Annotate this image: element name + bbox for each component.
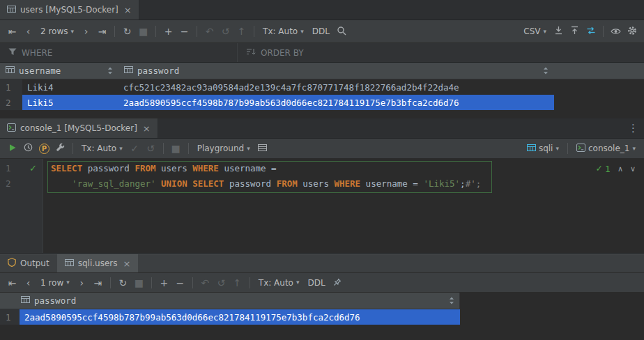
- console-selector[interactable]: console_1 ▾: [572, 141, 640, 156]
- first-page-button[interactable]: ⇤: [4, 275, 20, 291]
- next-page-button[interactable]: ›: [74, 275, 90, 291]
- close-icon[interactable]: ×: [124, 5, 132, 15]
- parameters-button[interactable]: P: [36, 141, 52, 156]
- tx-mode-selector[interactable]: Tx: Auto ▾: [254, 275, 304, 291]
- schema-selector[interactable]: sqli ▾: [523, 141, 563, 156]
- stop-button: ■: [135, 24, 151, 39]
- page-size-selector[interactable]: 1 row ▾: [36, 275, 74, 291]
- column-header-password[interactable]: password: [118, 63, 554, 79]
- prev-page-button[interactable]: ‹: [20, 275, 36, 291]
- last-page-button[interactable]: ⇥: [90, 275, 106, 291]
- sql-token: FROM: [135, 163, 155, 173]
- run-button[interactable]: [4, 141, 20, 156]
- shield-icon: [8, 258, 16, 269]
- chevron-down-icon: ▾: [71, 29, 75, 35]
- sql-line[interactable]: 'raw_sql_danger' UNION SELECT password F…: [51, 176, 481, 192]
- cell-password[interactable]: 2aad5890595ccf4598b787b99ab563d0d66ec821…: [20, 309, 460, 325]
- table-icon: [65, 258, 74, 269]
- result-tab-bar: Output sqli.users ×: [0, 254, 644, 273]
- stop-icon: ■: [171, 144, 181, 153]
- cell-username[interactable]: Liki4: [22, 79, 118, 95]
- export-button[interactable]: [551, 24, 567, 39]
- run-target-selector[interactable]: Playground ▾: [193, 141, 254, 156]
- table-row-selected[interactable]: 1 2aad5890595ccf4598b787b99ab563d0d66ec8…: [0, 309, 644, 325]
- tab-output[interactable]: Output: [0, 254, 57, 272]
- toolbar-separator: [110, 277, 111, 288]
- table-row-selected[interactable]: 2 Liki5 2aad5890595ccf4598b787b99ab563d0…: [0, 95, 644, 110]
- prev-page-icon: ‹: [26, 26, 31, 36]
- cell-password[interactable]: cfc521c23482ac93a09584ad2e139c4a7fc87077…: [118, 79, 554, 95]
- sync-button[interactable]: [583, 24, 599, 39]
- delete-row-button[interactable]: −: [176, 24, 192, 39]
- reload-button[interactable]: ↻: [115, 275, 131, 291]
- tab-users-table[interactable]: users [MySQL5-Docker] ×: [0, 0, 139, 20]
- sort-icon[interactable]: [107, 67, 113, 75]
- last-page-icon: ⇥: [98, 26, 107, 36]
- where-filter-input[interactable]: WHERE: [0, 43, 238, 62]
- close-icon[interactable]: ×: [123, 258, 130, 269]
- column-header-username[interactable]: username: [0, 63, 118, 79]
- more-options-button[interactable]: ⋮: [628, 118, 638, 138]
- tx-mode-selector[interactable]: Tx: Auto ▾: [77, 141, 127, 156]
- column-label: username: [19, 65, 61, 76]
- add-row-button[interactable]: +: [160, 24, 176, 39]
- submit-button: ↑: [229, 275, 245, 291]
- tx-mode-label: Tx: Auto: [263, 26, 298, 36]
- tab-console-1[interactable]: console_1 [MySQL5-Docker] ×: [0, 118, 158, 138]
- first-page-button[interactable]: ⇤: [4, 24, 20, 39]
- import-button[interactable]: [567, 24, 583, 39]
- reload-button[interactable]: ↻: [119, 24, 135, 39]
- commit-button: ✓: [127, 141, 143, 156]
- output-layout-button[interactable]: [254, 141, 270, 156]
- rows-count-label: 2 rows: [40, 26, 68, 36]
- sql-token: FROM: [277, 178, 298, 189]
- undo-icon: ↶: [201, 278, 209, 288]
- panel-gap: [0, 110, 644, 118]
- table-icon: [7, 5, 16, 15]
- next-page-icon: ›: [80, 278, 84, 288]
- toolbar-separator: [163, 143, 164, 154]
- sort-icon[interactable]: [449, 297, 454, 304]
- history-button[interactable]: [20, 141, 36, 156]
- toolbar-separator: [114, 26, 115, 37]
- prev-page-button[interactable]: ‹: [20, 24, 36, 39]
- cell-username[interactable]: Liki5: [22, 95, 118, 110]
- delete-row-button[interactable]: −: [172, 275, 188, 291]
- run-result-widget: ✓1 ∧ ∨: [595, 161, 636, 176]
- column-header-password[interactable]: password: [0, 293, 460, 309]
- sql-line[interactable]: SELECT password FROM users WHERE usernam…: [51, 161, 277, 176]
- add-row-button[interactable]: +: [156, 275, 172, 291]
- tab-label: users [MySQL5-Docker]: [20, 5, 118, 15]
- next-result-button[interactable]: ∨: [630, 165, 636, 173]
- tx-mode-selector[interactable]: Tx: Auto ▾: [259, 24, 308, 39]
- table-row[interactable]: 1 Liki4 cfc521c23482ac93a09584ad2e139c4a…: [0, 79, 644, 95]
- console-icon: [576, 144, 585, 154]
- result-grid: password 1 2aad5890595ccf4598b787b99ab56…: [0, 293, 644, 325]
- eye-icon: [611, 26, 621, 37]
- run-target-label: Playground: [197, 144, 244, 153]
- data-extractor-selector[interactable]: CSV ▾: [519, 24, 551, 39]
- settings-button[interactable]: [624, 24, 640, 39]
- row-filler: [554, 95, 644, 110]
- ddl-button[interactable]: DDL: [304, 275, 330, 291]
- stop-icon: ■: [135, 278, 144, 288]
- prev-result-button[interactable]: ∧: [618, 165, 623, 173]
- page-size-selector[interactable]: 2 rows ▾: [36, 24, 78, 39]
- next-page-button[interactable]: ›: [78, 24, 94, 39]
- grid-header-row: password: [0, 293, 644, 309]
- find-button[interactable]: [334, 24, 350, 39]
- tab-sqli-users-result[interactable]: sqli.users ×: [57, 254, 139, 272]
- pin-icon: [333, 277, 342, 288]
- sort-icon[interactable]: [543, 67, 549, 75]
- order-by-input[interactable]: ORDER BY: [238, 43, 312, 62]
- cell-password[interactable]: 2aad5890595ccf4598b787b99ab563d0d66ec821…: [118, 95, 554, 110]
- console-settings-button[interactable]: [52, 141, 68, 156]
- ddl-button[interactable]: DDL: [308, 24, 334, 39]
- last-page-button[interactable]: ⇥: [94, 24, 110, 39]
- sql-editor[interactable]: 1 2 ✓ SELECT password FROM users WHERE u…: [0, 159, 644, 254]
- rollback-icon: ↺: [146, 144, 155, 153]
- close-icon[interactable]: ×: [143, 123, 151, 134]
- view-options-button[interactable]: [608, 24, 624, 39]
- column-icon: [6, 65, 15, 76]
- pin-tab-button[interactable]: [330, 275, 346, 291]
